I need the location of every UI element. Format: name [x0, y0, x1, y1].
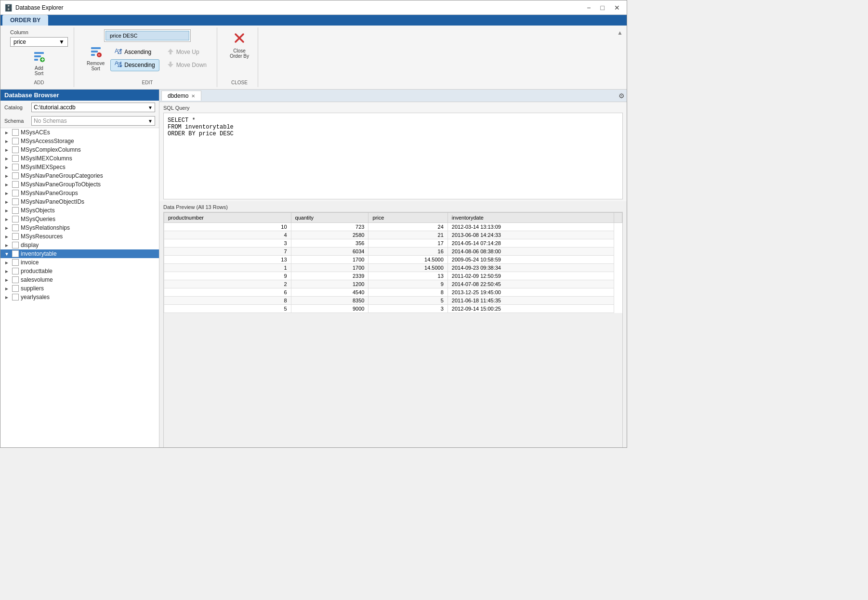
table-cell: 9 [368, 280, 447, 288]
sidebar-item-msysqueries[interactable]: ►MSysQueries [0, 215, 159, 223]
table-name-label: invoice [21, 259, 39, 266]
add-sort-button[interactable]: + AddSort [27, 49, 51, 78]
data-preview-label: Data Preview (All 13 Rows) [163, 201, 623, 212]
table-checkbox[interactable] [12, 190, 19, 196]
column-header-inventorydate: inventorydate [447, 213, 614, 223]
sidebar-item-msysobjects[interactable]: ►MSysObjects [0, 206, 159, 215]
svg-rect-1 [34, 55, 41, 57]
sidebar-item-salesvolume[interactable]: ►salesvolume [0, 275, 159, 284]
content-area: dbdemo ✕ ⚙ SQL Query SELECT * FROM inven… [159, 90, 627, 448]
sidebar-item-msysnavpaneobjectids[interactable]: ►MSysNavPaneObjectIDs [0, 197, 159, 206]
table-row: 10723242012-03-14 13:13:09 [164, 223, 622, 231]
table-name-label: MSysIMEXColumns [21, 155, 72, 162]
expand-arrow-icon: ► [4, 269, 10, 274]
sidebar-item-msysnavpanegroupcategories[interactable]: ►MSysNavPaneGroupCategories [0, 171, 159, 180]
table-checkbox[interactable] [12, 207, 19, 214]
sidebar-item-msysnavpanegroups[interactable]: ►MSysNavPaneGroups [0, 189, 159, 197]
table-checkbox[interactable] [12, 285, 19, 292]
table-checkbox[interactable]: ✓ [12, 250, 19, 257]
schema-dropdown[interactable]: No Schemas ▼ [31, 116, 155, 126]
ascending-icon: A Z [115, 48, 122, 56]
tab-action-button[interactable]: ⚙ [618, 92, 625, 100]
table-name-label: MSysIMEXSpecs [21, 164, 66, 170]
schema-value: No Schemas [34, 117, 67, 124]
minimize-button[interactable]: − [584, 3, 593, 13]
table-checkbox[interactable] [12, 268, 19, 274]
sidebar-item-msysresources[interactable]: ►MSysResources [0, 232, 159, 241]
table-checkbox[interactable] [12, 181, 19, 188]
sql-editor[interactable]: SELECT * FROM inventorytable ORDER BY pr… [163, 113, 623, 199]
table-checkbox[interactable] [12, 259, 19, 266]
table-checkbox[interactable] [12, 129, 19, 136]
column-selector: Column price ▼ [10, 29, 68, 47]
table-checkbox[interactable] [12, 164, 19, 170]
sidebar-item-yearlysales[interactable]: ►yearlysales [0, 293, 159, 301]
table-name-label: MSysAccessStorage [21, 138, 74, 144]
sort-list-area: price DESC [104, 29, 191, 42]
sidebar-item-invoice[interactable]: ►invoice [0, 258, 159, 267]
table-checkbox[interactable] [12, 155, 19, 162]
descending-button[interactable]: A Z Descending [110, 59, 159, 71]
table-name-label: MSysComplexColumns [21, 146, 81, 153]
table-checkbox[interactable] [12, 198, 19, 205]
sort-list-item[interactable]: price DESC [105, 31, 189, 40]
table-checkbox[interactable] [12, 146, 19, 153]
remove-sort-button[interactable]: - RemoveSort [84, 44, 107, 73]
maximize-button[interactable]: □ [598, 3, 607, 13]
sidebar-item-producttable[interactable]: ►producttable [0, 267, 159, 275]
catalog-dropdown[interactable]: C:\tutorial.accdb ▼ [31, 103, 155, 112]
sidebar-item-msyscomplexcolumns[interactable]: ►MSysComplexColumns [0, 145, 159, 154]
sidebar-item-msysrelationships[interactable]: ►MSysRelationships [0, 223, 159, 232]
close-order-by-icon [233, 31, 246, 47]
add-controls: + AddSort [27, 49, 51, 78]
move-down-button[interactable]: Move Down [162, 59, 211, 71]
table-checkbox[interactable] [12, 294, 19, 300]
table-checkbox[interactable] [12, 216, 19, 222]
sidebar-item-msysimexcolumns[interactable]: ►MSysIMEXColumns [0, 154, 159, 163]
sidebar-item-msysimexspecs[interactable]: ►MSysIMEXSpecs [0, 163, 159, 171]
dbdemo-tab[interactable]: dbdemo ✕ [161, 91, 201, 101]
table-checkbox[interactable] [12, 233, 19, 240]
ribbon-scroll-icon: ▲ [617, 29, 623, 36]
table-cell: 7 [164, 248, 291, 256]
window-title: Database Explorer [15, 4, 63, 11]
ascending-button[interactable]: A Z Ascending [110, 46, 159, 58]
move-up-button[interactable]: Move Up [162, 46, 211, 58]
table-row: 5900032012-09-14 15:00:25 [164, 305, 622, 313]
close-button[interactable]: ✕ [611, 3, 623, 13]
table-cell: 1 [164, 264, 291, 272]
table-name-label: suppliers [21, 285, 44, 292]
sidebar-item-suppliers[interactable]: ►suppliers [0, 284, 159, 293]
table-checkbox[interactable] [12, 224, 19, 231]
table-row: 2120092014-07-08 22:50:45 [164, 280, 622, 288]
table-cell: 356 [291, 239, 368, 248]
table-checkbox[interactable] [12, 172, 19, 179]
sidebar-item-msysaccessstorage[interactable]: ►MSysAccessStorage [0, 137, 159, 145]
svg-marker-18 [168, 49, 173, 52]
close-order-by-button[interactable]: CloseOrder By [227, 29, 252, 61]
sidebar: Database Browser Catalog C:\tutorial.acc… [0, 90, 159, 448]
title-bar-left: 🗄️ Database Explorer [4, 4, 63, 12]
table-cell: 5 [368, 297, 447, 305]
sidebar-item-msysnavpanegrouptoobjects[interactable]: ►MSysNavPaneGroupToObjects [0, 180, 159, 189]
table-cell: 6034 [291, 248, 368, 256]
table-cell: 1700 [291, 264, 368, 272]
title-bar: 🗄️ Database Explorer − □ ✕ [0, 0, 627, 15]
table-checkbox[interactable] [12, 276, 19, 283]
table-cell: 2013-12-25 19:45:00 [447, 288, 614, 297]
table-cell: 2012-03-14 13:13:09 [447, 223, 614, 231]
column-dropdown[interactable]: price ▼ [10, 37, 68, 47]
sidebar-item-msysaces[interactable]: ►MSysACEs [0, 128, 159, 137]
tab-bar: dbdemo ✕ ⚙ [159, 90, 627, 102]
table-name-label: producttable [21, 268, 53, 274]
move-group: Move Up Move Down [162, 46, 211, 71]
tab-close-button[interactable]: ✕ [191, 93, 195, 99]
table-checkbox[interactable] [12, 242, 19, 248]
expand-arrow-icon: ▼ [4, 251, 10, 257]
table-checkbox[interactable] [12, 138, 19, 144]
sidebar-item-display[interactable]: ►display [0, 241, 159, 249]
catalog-dropdown-arrow: ▼ [148, 105, 153, 110]
order-by-tab[interactable]: ORDER BY [2, 15, 48, 26]
table-name-label: salesvolume [21, 276, 53, 283]
sidebar-item-inventorytable[interactable]: ▼✓inventorytable [0, 249, 159, 258]
